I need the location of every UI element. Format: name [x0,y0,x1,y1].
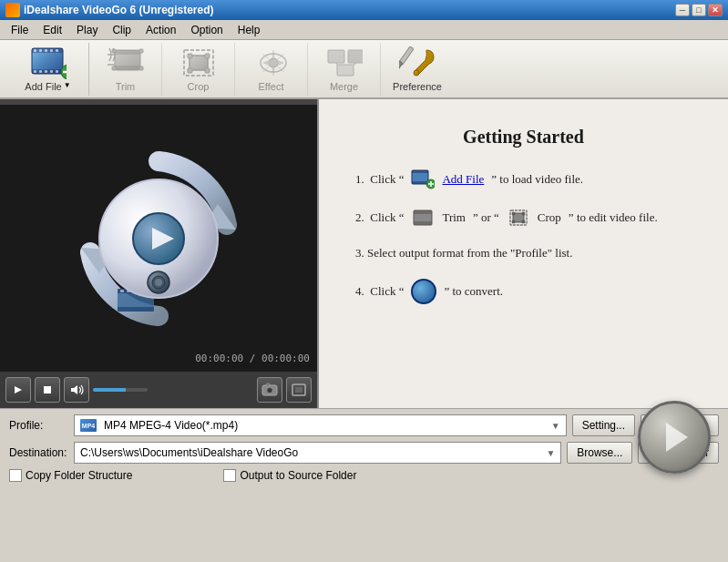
step2-trim-icon [411,208,435,228]
step2-trim-text: Trim [442,210,466,225]
volume-slider[interactable] [93,388,148,392]
svg-rect-45 [118,307,154,312]
svg-rect-17 [115,50,140,55]
svg-point-56 [155,279,162,286]
svg-rect-34 [348,50,363,63]
svg-rect-33 [328,50,344,63]
maximize-button[interactable]: □ [692,4,706,16]
svg-rect-46 [120,290,124,292]
copy-folder-checkbox-item: Copy Folder Structure [9,469,132,482]
getting-started-title: Getting Started [355,127,692,148]
fullscreen-button[interactable] [286,377,312,403]
step2-crop-icon [507,208,530,228]
bottom-area: Profile: MP4 MP4 MPEG-4 Video(*.mp4) ▼ S… [0,409,728,487]
play-button[interactable] [5,377,31,403]
effect-label: Effect [259,81,284,92]
svg-rect-68 [412,181,428,184]
add-file-button[interactable]: Add File ▼ [7,43,89,96]
crop-label: Crop [188,81,210,92]
trim-icon-area [108,46,144,79]
merge-button[interactable]: Merge [308,43,381,96]
preference-label: Preference [393,81,442,92]
menu-edit[interactable]: Edit [36,22,69,38]
snapshot-icon [261,383,278,397]
window-title: iDealshare VideoGo 6 (Unregistered) [24,4,214,16]
svg-marker-59 [71,385,77,394]
menu-action[interactable]: Action [138,22,183,38]
destination-input[interactable]: C:\Users\ws\Documents\iDealshare VideoGo… [74,442,561,464]
svg-rect-10 [45,70,47,73]
svg-rect-58 [44,386,51,393]
svg-rect-11 [50,70,53,73]
close-button[interactable]: ✕ [708,4,723,16]
step1-icon [411,169,435,189]
menu-help[interactable]: Help [231,22,268,38]
trim-button[interactable]: Trim [89,43,162,96]
svg-rect-65 [295,387,302,393]
step-4: 4. Click “ ” to convert. [355,279,692,304]
trim-small-icon [412,209,434,227]
step-1: 1. Click “ Add File ” to load video file… [355,169,692,189]
convert-small-icon [411,279,436,304]
video-canvas: 00:00:00 / 00:00:00 [0,105,317,372]
volume-button[interactable] [64,377,89,403]
title-bar: iDealshare VideoGo 6 (Unregistered) ─ □ … [0,0,728,20]
crop-button[interactable]: Crop [162,43,235,96]
output-to-source-checkbox-item: Output to Source Folder [223,469,356,482]
menu-file[interactable]: File [4,22,36,38]
snapshot-button[interactable] [257,377,282,403]
preference-button[interactable]: Preference [381,43,454,96]
svg-marker-57 [15,386,22,393]
svg-rect-9 [39,70,42,73]
merge-label: Merge [330,81,358,92]
profile-select[interactable]: MP4 MP4 MPEG-4 Video(*.mp4) ▼ [74,414,567,436]
svg-line-36 [336,63,337,65]
profile-dropdown-arrow-icon: ▼ [551,421,560,431]
title-bar-left: iDealshare VideoGo 6 (Unregistered) [5,3,214,17]
convert-button-area [633,387,715,487]
svg-rect-30 [205,68,210,73]
effect-button[interactable]: Effect [235,43,308,96]
step4-text-post: ” to convert. [444,284,503,299]
dest-dropdown-arrow-icon: ▼ [546,448,555,458]
step-3: 3. Select output format from the "Profil… [355,246,692,261]
svg-rect-12 [56,70,58,73]
profile-row: Profile: MP4 MP4 MPEG-4 Video(*.mp4) ▼ S… [9,414,719,436]
checkboxes-row: Copy Folder Structure Output to Source F… [9,469,719,482]
browse-button[interactable]: Browse... [567,442,632,464]
effect-icon [253,46,290,79]
getting-started-steps: 1. Click “ Add File ” to load video file… [355,169,692,304]
stop-button[interactable] [35,377,60,403]
destination-row: Destination: C:\Users\ws\Documents\iDeal… [9,442,719,464]
toolbar: Add File ▼ [0,40,728,99]
svg-rect-20 [112,66,116,70]
stop-icon [43,385,52,394]
svg-rect-22 [139,66,143,70]
merge-icon [326,46,363,79]
svg-point-38 [414,70,419,76]
add-file-icon-area [30,46,67,79]
svg-rect-80 [522,220,525,223]
fullscreen-icon [292,383,306,396]
volume-icon [69,384,84,395]
output-to-source-checkbox[interactable] [223,469,236,482]
time-display: 00:00:00 / 00:00:00 [195,353,310,364]
merge-icon-area [326,46,363,79]
copy-folder-checkbox[interactable] [9,469,22,482]
app-icon [5,3,20,17]
convert-button[interactable] [638,401,711,474]
setting-button[interactable]: Setting... [572,414,635,436]
menu-play[interactable]: Play [69,22,105,38]
step1-text-pre: 1. Click “ [355,172,404,187]
play-icon [13,384,24,395]
menu-option[interactable]: Option [183,22,230,38]
menu-clip[interactable]: Clip [105,22,138,38]
step4-text-pre: 4. Click “ [355,284,404,299]
svg-rect-29 [188,68,192,73]
step1-text-post: ” to load video file. [491,172,583,187]
svg-rect-3 [34,49,36,52]
step1-add-file-link[interactable]: Add File [442,172,484,187]
minimize-button[interactable]: ─ [675,4,690,16]
step2-mid-text: ” or “ [473,210,499,225]
svg-rect-4 [39,49,42,52]
